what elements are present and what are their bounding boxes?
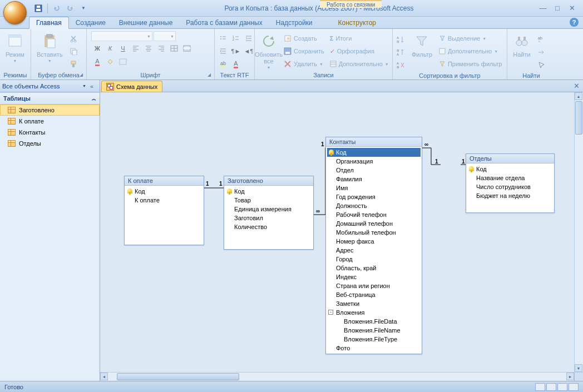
tab-home[interactable]: Главная [29, 17, 69, 29]
field-vlozheniya-filetype[interactable]: Вложения.FileType [327, 335, 421, 344]
qat-customize-icon[interactable]: ▼ [77, 2, 90, 14]
field-oblast[interactable]: Область, край [327, 264, 421, 272]
office-button[interactable] [3, 1, 27, 24]
close-doc-icon[interactable]: ✕ [572, 82, 581, 90]
field-gorod[interactable]: Город [327, 255, 421, 264]
field-kod[interactable]: Код [225, 187, 312, 196]
field-k-oplate[interactable]: К оплате [126, 196, 202, 205]
table-box-kontakty[interactable]: Контакты Код Организация Отдел Фамилия И… [325, 137, 422, 354]
undo-icon[interactable] [51, 2, 63, 14]
table-box-otdely[interactable]: Отделы Код Название отдела Число сотрудн… [466, 153, 555, 213]
align-right-icon[interactable] [155, 42, 167, 54]
sort-asc-icon[interactable]: АЯ [395, 33, 407, 46]
field-veb[interactable]: Веб-страница [327, 290, 421, 299]
save-icon[interactable] [32, 2, 45, 14]
align-left-icon[interactable] [130, 42, 142, 54]
help-icon[interactable]: ? [570, 18, 579, 27]
field-foto[interactable]: Фото [327, 344, 421, 353]
collapse-nav-icon[interactable]: « [86, 83, 97, 90]
field-organizaciya[interactable]: Организация [327, 157, 421, 166]
field-vlozheniya[interactable]: -Вложения [327, 308, 421, 317]
cut-icon[interactable] [67, 32, 80, 44]
gridlines-icon[interactable] [168, 42, 180, 54]
horizontal-scrollbar[interactable]: ◄ ► [100, 372, 583, 381]
tab-create[interactable]: Создание [69, 17, 112, 28]
field-kod[interactable]: Код [327, 148, 421, 157]
replace-icon[interactable]: ab [535, 33, 547, 46]
sort-desc-icon[interactable]: ЯА [395, 46, 407, 58]
table-box-zagotovleno[interactable]: Заготовлено Код Товар Единица измерения … [224, 176, 314, 250]
copy-icon[interactable] [67, 45, 80, 57]
increase-indent-icon[interactable] [243, 32, 255, 44]
nav-item-kontakty[interactable]: Контакты [0, 127, 100, 138]
refresh-all-button[interactable]: Обновить все ▼ [257, 31, 280, 71]
field-indeks[interactable]: Индекс [327, 272, 421, 281]
spelling-button[interactable]: ✓ Орфография [328, 45, 391, 57]
fill-color-icon[interactable] [104, 56, 116, 68]
field-nazvanie-otdela[interactable]: Название отдела [467, 173, 553, 182]
font-color-icon[interactable]: A [91, 56, 103, 68]
bold-icon[interactable]: Ж [91, 42, 103, 54]
font-size-combo[interactable]: ▼ [154, 31, 176, 41]
view-shortcut-3[interactable] [557, 383, 567, 391]
ltr-icon[interactable]: ¶► [230, 45, 242, 57]
field-adres[interactable]: Адрес [327, 246, 421, 255]
field-dolzhnost[interactable]: Должность [327, 201, 421, 210]
view-shortcut-2[interactable] [546, 383, 556, 391]
close-button[interactable]: ✕ [566, 4, 577, 13]
view-shortcut-4[interactable] [569, 383, 579, 391]
field-byudzhet[interactable]: Бюджет на неделю [467, 191, 553, 200]
field-otdel[interactable]: Отдел [327, 166, 421, 175]
redo-icon[interactable] [64, 2, 76, 14]
nav-item-zagotovleno[interactable]: Заготовлено [0, 105, 100, 116]
nav-header[interactable]: Все объекты Access ▼ « [0, 80, 100, 92]
numbering-icon[interactable]: 12 [230, 32, 242, 44]
field-tovar[interactable]: Товар [225, 196, 312, 205]
goto-icon[interactable] [535, 46, 547, 58]
vertical-scrollbar[interactable]: ▲ ▼ [574, 92, 583, 372]
font-name-combo[interactable]: ▼ [91, 31, 152, 41]
select-icon[interactable] [535, 59, 547, 71]
field-vlozheniya-filedata[interactable]: Вложения.FileData [327, 317, 421, 326]
more-records-button[interactable]: Дополнительно ▼ [328, 58, 391, 70]
view-button[interactable]: Режим ▼ [2, 31, 28, 64]
collapse-icon[interactable]: - [328, 310, 333, 315]
view-shortcut-1[interactable] [535, 383, 545, 391]
minimize-button[interactable]: — [537, 4, 549, 13]
field-mobilniy-tel[interactable]: Мобильный телефон [327, 228, 421, 237]
highlight-icon[interactable]: ab [217, 58, 229, 70]
field-god-rozhdeniya[interactable]: Год рождения [327, 192, 421, 201]
field-faks[interactable]: Номер факса [327, 237, 421, 246]
font-launcher-icon[interactable]: ◢ [207, 72, 211, 77]
decrease-indent-icon[interactable] [217, 45, 229, 57]
field-zagotovil[interactable]: Заготовил [225, 214, 312, 222]
new-record-button[interactable]: ✶Создать [281, 32, 327, 44]
delete-record-button[interactable]: Удалить ▼ [281, 58, 327, 70]
format-painter-icon[interactable] [67, 58, 80, 70]
tab-database-tools[interactable]: Работа с базами данных [179, 17, 269, 28]
find-button[interactable]: Найти [510, 31, 534, 59]
maximize-button[interactable]: □ [552, 4, 563, 13]
italic-icon[interactable]: К [104, 42, 116, 54]
nav-item-otdely[interactable]: Отделы [0, 138, 100, 149]
field-rabochiy-tel[interactable]: Рабочий телефон [327, 210, 421, 219]
field-vlozheniya-filename[interactable]: Вложения.FileName [327, 326, 421, 335]
grid-color-icon[interactable] [117, 56, 129, 68]
field-domashniy-tel[interactable]: Домашний телефон [327, 219, 421, 228]
field-familiya[interactable]: Фамилия [327, 175, 421, 183]
altrow-icon[interactable] [181, 42, 193, 54]
tab-design[interactable]: Конструктор [332, 17, 383, 28]
clipboard-launcher-icon[interactable]: ◢ [80, 72, 83, 77]
advanced-filter-button[interactable]: Дополнительно ▼ [437, 45, 505, 57]
field-kolichestvo[interactable]: Количество [225, 222, 312, 231]
bullets-icon[interactable] [217, 32, 229, 44]
field-edinica[interactable]: Единица измерения [225, 205, 312, 214]
save-record-button[interactable]: Сохранить [281, 45, 327, 57]
selection-filter-button[interactable]: Выделение ▼ [437, 32, 505, 44]
tab-addins[interactable]: Надстройки [269, 17, 319, 28]
field-imya[interactable]: Имя [327, 183, 421, 192]
table-box-k-oplate[interactable]: К оплате Код К оплате [124, 176, 204, 245]
nav-item-k-oplate[interactable]: К оплате [0, 116, 100, 127]
toggle-filter-button[interactable]: Применить фильтр [437, 58, 505, 70]
text-color-icon[interactable]: A [230, 58, 242, 70]
